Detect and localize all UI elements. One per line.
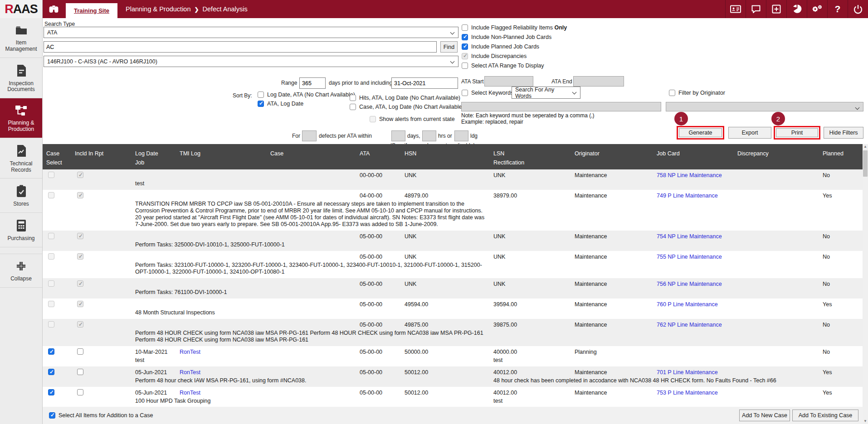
generate-button[interactable]: Generate — [679, 128, 722, 137]
table-row-line2: 48 Month Structural Inspections — [43, 309, 863, 316]
aircraft-select[interactable]: 146RJ100 - C-AIS3 (AC - AVRO 146RJ100) — [44, 56, 458, 67]
job-card-cell: 753 P Line Maintenance — [657, 389, 737, 397]
case-select-checkbox — [48, 192, 54, 198]
discrepancy-cell — [737, 348, 819, 357]
hide-filters-button[interactable]: Hide Filters — [824, 127, 863, 139]
top-bar: RAAS Training Site Planning & Production… — [0, 0, 868, 18]
select-all-checkbox[interactable] — [49, 412, 55, 419]
sidebar-item-purchasing[interactable]: Purchasing — [0, 213, 42, 247]
tmi-log-link[interactable]: RonTest — [180, 349, 200, 355]
include-option-checkbox-4[interactable] — [462, 63, 468, 69]
generate-highlight-box: Generate — [677, 126, 724, 140]
case-select-checkbox — [48, 321, 54, 328]
incld-in-rpt-checkbox — [77, 233, 83, 239]
power-icon-button[interactable] — [848, 0, 868, 18]
tmi-log-cell: RonTest — [180, 369, 270, 377]
days-label: days, — [407, 130, 420, 141]
tab-training-site[interactable]: Training Site — [66, 3, 117, 18]
sort-option-checkbox-3[interactable] — [350, 104, 356, 110]
vertical-scrollbar[interactable]: ▲ ▼ — [863, 144, 868, 424]
planned-cell: No — [819, 233, 863, 241]
include-option-checkbox-1[interactable] — [462, 34, 468, 40]
ldg-input — [454, 130, 468, 141]
sidebar-item-collapse[interactable]: Collapse — [0, 254, 42, 288]
sort-option-label: Log Date, ATA (No Chart Available) — [267, 92, 355, 98]
incld-in-rpt-cell — [73, 301, 135, 309]
job-card-link[interactable]: 760 P Line Maintenance — [657, 301, 718, 308]
clipboard-check-icon — [15, 184, 27, 198]
sidebar-item-planning-production[interactable]: Planning & Production — [0, 98, 42, 138]
search-type-select[interactable]: ATA — [44, 27, 458, 38]
tmi-log-cell: RonTest — [180, 389, 270, 397]
originator-cell: Maintenance — [575, 280, 657, 289]
sidebar-item-inspection-documents[interactable]: Inspection Documents — [0, 58, 42, 99]
case-select-checkbox[interactable] — [48, 348, 54, 355]
help-icon-button[interactable]: ? — [827, 0, 848, 18]
case-select-checkbox[interactable] — [48, 389, 54, 395]
sidebar-item-item-management[interactable]: Item Management — [0, 18, 42, 58]
tmi-log-link[interactable]: RonTest — [180, 369, 200, 376]
incld-in-rpt-checkbox[interactable] — [77, 389, 83, 395]
sidebar-item-stores[interactable]: Stores — [0, 178, 42, 213]
include-option-label: Include Discrepancies — [471, 53, 527, 59]
originator-cell: Maintenance — [575, 389, 657, 397]
tmi-log-link[interactable]: RonTest — [180, 390, 200, 396]
job-card-link[interactable]: 756 NP Line Maintenance — [657, 281, 722, 287]
job-card-link[interactable]: 754 NP Line Maintenance — [657, 233, 722, 240]
range-date-input[interactable] — [391, 77, 458, 89]
incld-in-rpt-checkbox — [77, 301, 83, 307]
add-to-existing-case-button[interactable]: Add To Existing Case — [792, 410, 858, 421]
case-cell — [270, 192, 360, 200]
contact-card-icon-button[interactable] — [725, 0, 746, 18]
filter-by-originator-checkbox[interactable] — [669, 90, 675, 96]
job-card-link[interactable]: 753 P Line Maintenance — [657, 390, 718, 396]
job-card-link[interactable]: 755 NP Line Maintenance — [657, 254, 722, 260]
add-square-icon-button[interactable] — [766, 0, 786, 18]
hsn-cell: 49594.00 — [405, 301, 493, 309]
incld-in-rpt-checkbox[interactable] — [77, 348, 83, 355]
find-button[interactable]: Find — [440, 41, 458, 53]
raas-logo: RAAS — [0, 0, 43, 18]
search-input[interactable] — [44, 41, 437, 53]
add-to-new-case-button[interactable]: Add To New Case — [739, 410, 790, 421]
sort-option-checkbox-2[interactable] — [350, 95, 356, 101]
case-description: test — [135, 357, 487, 364]
job-card-link[interactable]: 758 NP Line Maintenance — [657, 172, 722, 178]
case-description: TRANSITION FROM MRBR TO CPCP iaw SB 05-0… — [135, 201, 487, 228]
tmi-log-cell — [180, 321, 270, 329]
print-button[interactable]: Print — [776, 128, 818, 137]
defects-per-ata-label: defects per ATA within — [319, 130, 372, 141]
scroll-thumb[interactable] — [863, 150, 868, 177]
planned-cell: No — [819, 253, 863, 261]
pie-chart-icon-button[interactable] — [786, 0, 807, 18]
hsn-cell: UNK — [405, 280, 493, 289]
sort-option-checkbox-0[interactable] — [258, 92, 264, 98]
hsn-cell: UNK — [405, 253, 493, 261]
table-row-line2: TRANSITION FROM MRBR TO CPCP iaw SB 05-0… — [43, 201, 863, 228]
job-card-link[interactable]: 749 P Line Maintenance — [657, 193, 718, 199]
range-days-input[interactable] — [299, 77, 326, 89]
sidebar-item-technical-records[interactable]: Technical Records — [0, 138, 42, 179]
chat-icon-button[interactable] — [746, 0, 766, 18]
select-keywords-checkbox[interactable] — [462, 90, 468, 96]
scroll-down-icon[interactable]: ▼ — [863, 419, 867, 424]
job-card-link[interactable]: 701 P Line Maintenance — [657, 369, 718, 376]
settings-gears-icon-button[interactable] — [807, 0, 827, 18]
ata-end-input — [573, 76, 624, 87]
case-select-checkbox[interactable] — [48, 369, 54, 375]
export-button[interactable]: Export — [728, 127, 771, 139]
include-option-row: Select ATA Range To Display — [462, 63, 567, 69]
lsn-cell: 40012.00 — [493, 389, 575, 397]
sort-option-label: Case, ATA, Log Date (No Chart Available) — [359, 104, 464, 110]
col-header-lsn-rectification: LSNRectification — [493, 144, 575, 169]
table-row: 10-Mar-2021RonTest05-00-0050000.0040000.… — [43, 346, 863, 366]
sort-option-checkbox-1[interactable] — [258, 101, 264, 107]
keywords-mode-select[interactable]: Search For Any Words — [512, 87, 580, 99]
logo-letter-r: R — [5, 2, 13, 16]
include-option-checkbox-2[interactable] — [462, 43, 468, 50]
job-card-link[interactable]: 762 NP Line Maintenance — [657, 322, 722, 328]
include-option-checkbox-0[interactable] — [462, 24, 468, 31]
annotation-badge-2: 2 — [771, 112, 785, 125]
incld-in-rpt-checkbox[interactable] — [77, 369, 83, 375]
scroll-up-icon[interactable]: ▲ — [863, 144, 867, 149]
